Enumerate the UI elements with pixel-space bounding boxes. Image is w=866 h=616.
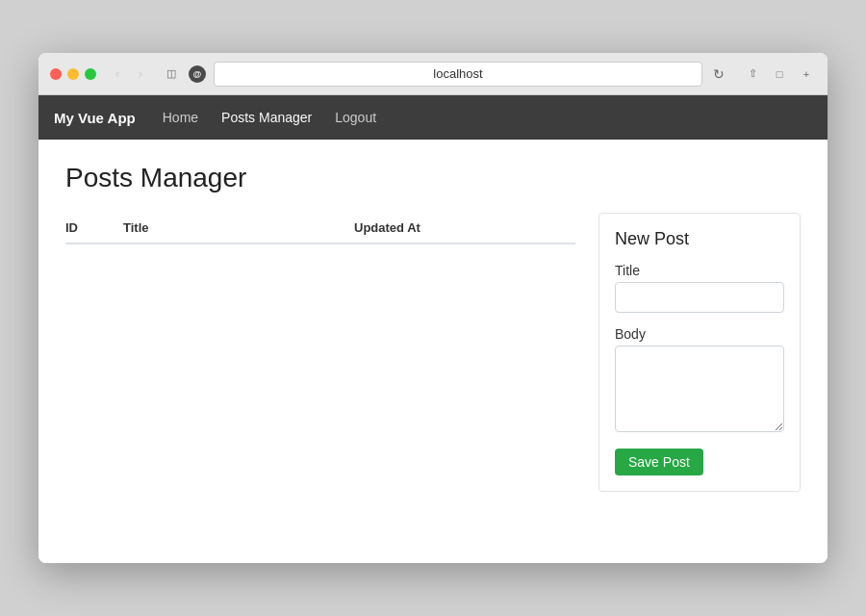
content-layout: ID Title Updated At New Post Title bbox=[65, 213, 801, 492]
panel-title: New Post bbox=[615, 229, 784, 249]
posts-table-section: ID Title Updated At bbox=[65, 213, 575, 244]
body-form-group: Body bbox=[615, 326, 784, 435]
save-post-button[interactable]: Save Post bbox=[615, 449, 703, 475]
browser-actions: ⇧ □ + bbox=[739, 64, 816, 84]
body-textarea[interactable] bbox=[615, 346, 784, 432]
browser-nav-buttons: ‹ › bbox=[108, 64, 150, 84]
body-label: Body bbox=[615, 326, 784, 342]
page-content: Posts Manager ID Title Updated At bbox=[38, 140, 828, 563]
share-button[interactable]: ⇧ bbox=[743, 64, 762, 84]
nav-link-home[interactable]: Home bbox=[151, 95, 210, 140]
back-button[interactable]: ‹ bbox=[108, 64, 127, 84]
new-post-panel: New Post Title Body Save Post bbox=[599, 213, 801, 492]
posts-table: ID Title Updated At bbox=[65, 213, 575, 244]
col-header-title: Title bbox=[123, 213, 354, 244]
col-header-updated-at: Updated At bbox=[354, 213, 575, 244]
page-title: Posts Manager bbox=[65, 163, 801, 193]
nav-link-posts-manager[interactable]: Posts Manager bbox=[210, 95, 323, 140]
title-input[interactable] bbox=[615, 282, 784, 313]
address-text: localhost bbox=[433, 66, 482, 81]
traffic-lights bbox=[50, 68, 96, 80]
maximize-button[interactable] bbox=[85, 68, 96, 80]
app-brand: My Vue App bbox=[54, 110, 136, 126]
minimize-button[interactable] bbox=[67, 68, 79, 80]
title-label: Title bbox=[615, 263, 784, 278]
address-bar-area: @ localhost ↻ bbox=[189, 62, 727, 87]
new-tab-button[interactable]: □ bbox=[770, 64, 789, 84]
col-header-id: ID bbox=[65, 213, 123, 244]
nav-link-logout[interactable]: Logout bbox=[323, 95, 388, 140]
browser-chrome: ‹ › ◫ @ localhost ↻ ⇧ □ + bbox=[38, 53, 828, 95]
site-icon: @ bbox=[189, 65, 206, 83]
close-button[interactable] bbox=[50, 68, 62, 80]
address-bar[interactable]: localhost bbox=[214, 62, 702, 87]
title-form-group: Title bbox=[615, 263, 784, 313]
table-header-row: ID Title Updated At bbox=[65, 213, 575, 244]
window-view-button[interactable]: ◫ bbox=[162, 64, 181, 84]
add-tab-button[interactable]: + bbox=[797, 64, 816, 84]
reload-button[interactable]: ↻ bbox=[710, 65, 727, 83]
forward-button[interactable]: › bbox=[131, 64, 150, 84]
browser-window: ‹ › ◫ @ localhost ↻ ⇧ □ + My Vue App Hom… bbox=[38, 53, 828, 563]
app-navbar: My Vue App Home Posts Manager Logout bbox=[38, 95, 828, 140]
